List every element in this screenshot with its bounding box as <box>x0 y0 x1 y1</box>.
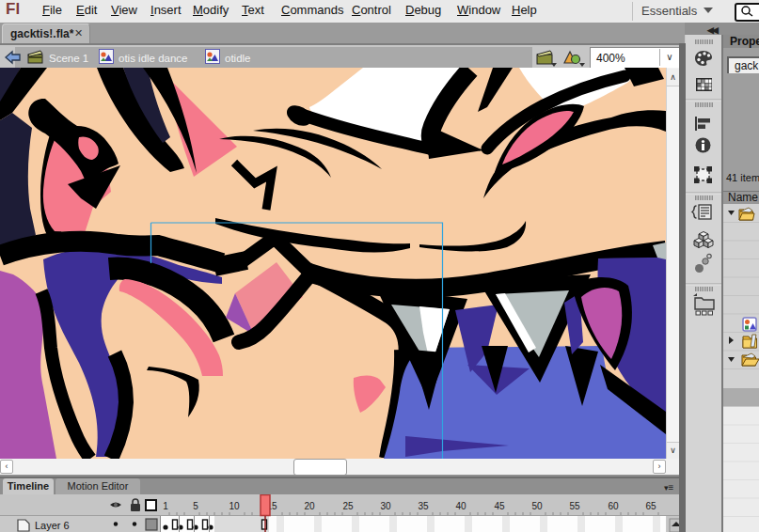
svg-text:50: 50 <box>531 501 543 511</box>
svg-text:5: 5 <box>193 501 198 511</box>
svg-text:40: 40 <box>455 501 466 511</box>
svg-text:Layer 6: Layer 6 <box>35 520 70 531</box>
svg-text:20: 20 <box>304 501 315 511</box>
svg-text:10: 10 <box>229 501 240 511</box>
svg-text:45: 45 <box>494 501 505 511</box>
svg-text:25: 25 <box>342 501 354 511</box>
svg-text:35: 35 <box>418 501 429 511</box>
svg-text:1: 1 <box>163 501 168 511</box>
svg-text:65: 65 <box>645 501 656 511</box>
svg-text:60: 60 <box>608 501 619 511</box>
svg-text:30: 30 <box>380 501 391 511</box>
svg-text:55: 55 <box>569 501 580 511</box>
